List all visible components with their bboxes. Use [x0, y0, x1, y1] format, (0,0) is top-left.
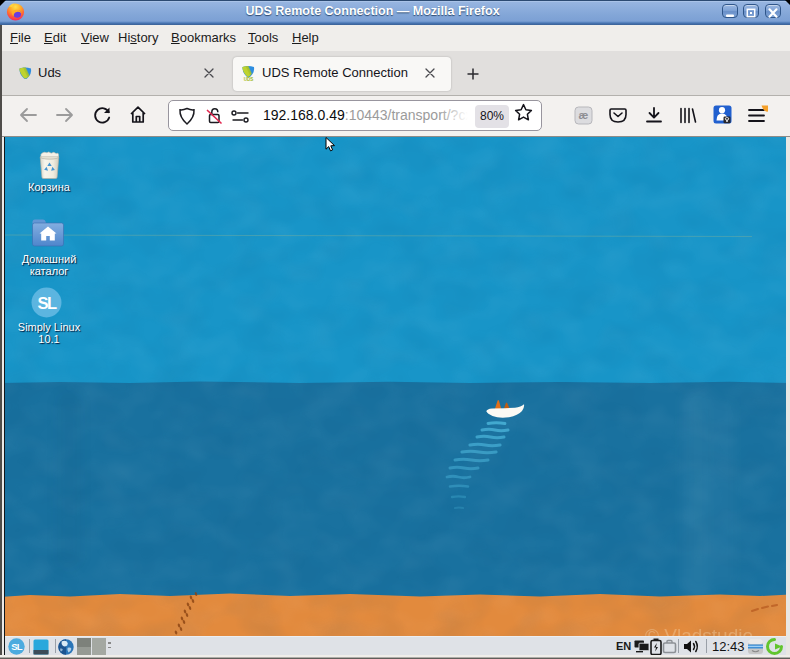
svg-text:SL: SL — [37, 294, 57, 312]
svg-text:SL: SL — [11, 641, 23, 652]
svg-text:UDS: UDS — [244, 77, 254, 82]
svg-text:æ: æ — [579, 109, 589, 121]
